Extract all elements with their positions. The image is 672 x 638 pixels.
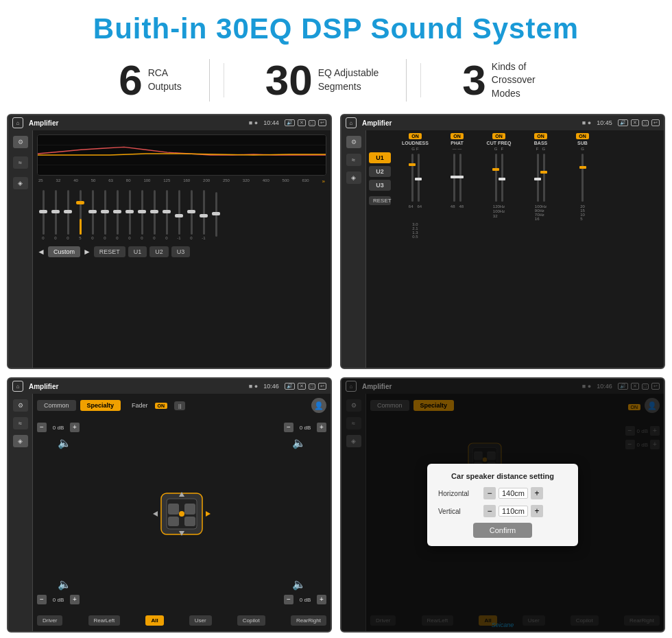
eq-slider-6[interactable]: 0 bbox=[100, 190, 110, 240]
rearleft-btn[interactable]: RearLeft bbox=[88, 615, 121, 626]
svg-rect-8 bbox=[168, 517, 179, 526]
db-minus-bl[interactable]: − bbox=[37, 595, 47, 604]
u2-button[interactable]: U2 bbox=[149, 246, 169, 257]
cx-freq-values: 3.0 2.1 1.3 0.5 bbox=[396, 222, 661, 239]
u3-button[interactable]: U3 bbox=[171, 246, 191, 257]
fader-header: Common Specialty Fader ON || 👤 bbox=[37, 398, 326, 413]
specialty-tab[interactable]: Specialty bbox=[80, 400, 121, 411]
cx-cutfreq-slider1[interactable] bbox=[495, 154, 497, 202]
eq-slider-2[interactable]: 0 bbox=[51, 190, 60, 240]
rearright-btn[interactable]: RearRight bbox=[291, 615, 326, 626]
eq-slider-13[interactable]: 0 bbox=[187, 190, 196, 240]
db-minus-tl[interactable]: − bbox=[37, 423, 47, 432]
screen3-icons: ■ ● bbox=[249, 383, 258, 390]
feature-eq: 30 EQ AdjustableSegments bbox=[238, 59, 407, 102]
u1-button[interactable]: U1 bbox=[128, 246, 147, 257]
cx-bass-slider2[interactable] bbox=[543, 154, 545, 202]
eq-slider-10[interactable]: 0 bbox=[149, 190, 159, 240]
fader-settings-icon[interactable]: ⚙ bbox=[13, 399, 28, 412]
profile-icon[interactable]: 👤 bbox=[311, 398, 326, 413]
settings-icon[interactable]: ⚙ bbox=[13, 136, 28, 148]
eq-slider-14[interactable]: -1 bbox=[199, 190, 208, 240]
eq-slider-15[interactable] bbox=[211, 192, 221, 238]
window-icon-s1: □ bbox=[309, 120, 315, 126]
screen2-appname: Amplifier bbox=[362, 119, 579, 127]
vertical-plus-btn[interactable]: + bbox=[531, 505, 543, 517]
db-plus-br[interactable]: + bbox=[317, 595, 326, 604]
cx-phat: ON PHAT — — 48 48 bbox=[438, 133, 476, 221]
reset-button[interactable]: RESET bbox=[94, 246, 125, 257]
screen3-appname: Amplifier bbox=[29, 383, 246, 390]
eq-slider-8[interactable]: 0 bbox=[125, 190, 134, 240]
db-plus-tr[interactable]: + bbox=[317, 423, 326, 432]
eq-slider-12[interactable]: -1 bbox=[174, 190, 184, 240]
cx-loudness: ON LOUDNESS GF 64 64 bbox=[396, 133, 434, 221]
eq-slider-4[interactable]: 5 bbox=[75, 190, 85, 240]
cx-u2-button[interactable]: U2 bbox=[369, 166, 391, 177]
cx-phat-slider1[interactable] bbox=[453, 154, 455, 202]
fader-wave-icon[interactable]: ≈ bbox=[13, 417, 28, 429]
copilot-btn[interactable]: Copilot bbox=[237, 615, 265, 626]
fader-slider-mini[interactable]: || bbox=[174, 401, 185, 410]
home-icon[interactable]: ⌂ bbox=[12, 117, 23, 128]
wave-icon[interactable]: ≈ bbox=[13, 156, 28, 169]
user-btn[interactable]: User bbox=[189, 615, 212, 626]
cx-loudness-slider-f[interactable] bbox=[418, 154, 420, 202]
home-icon-s3[interactable]: ⌂ bbox=[12, 381, 23, 392]
cx-u1-button[interactable]: U1 bbox=[369, 152, 391, 163]
cx-wave-icon[interactable]: ≈ bbox=[346, 154, 361, 166]
horizontal-ctrl: − 140cm + bbox=[483, 487, 543, 499]
speaker-tr: 🔈 bbox=[292, 436, 306, 449]
title-section: Buith-in 30EQ DSP Sound System bbox=[0, 0, 672, 52]
prev-button[interactable]: ◄ bbox=[37, 247, 45, 257]
horizontal-plus-btn[interactable]: + bbox=[531, 487, 543, 499]
eq-slider-11[interactable]: 0 bbox=[162, 190, 171, 240]
cx-settings-icon[interactable]: ⚙ bbox=[346, 136, 361, 148]
db-minus-br[interactable]: − bbox=[284, 595, 293, 604]
fader-label: Fader bbox=[132, 402, 148, 409]
all-btn[interactable]: All bbox=[145, 615, 163, 626]
db-plus-bl[interactable]: + bbox=[70, 595, 80, 604]
cx-cutfreq-slider2[interactable] bbox=[501, 154, 503, 202]
db-value-bl: 0 dB bbox=[49, 597, 68, 603]
eq-slider-7[interactable]: 0 bbox=[112, 190, 122, 240]
screen-dialog: ⌂ Amplifier ■ ● 10:46 🔊 ✕ □ ↩ ⚙ ≈ ◈ Comm… bbox=[340, 377, 665, 633]
cx-bass-slider1[interactable] bbox=[537, 154, 539, 202]
db-minus-tr[interactable]: − bbox=[284, 423, 293, 432]
common-tab[interactable]: Common bbox=[37, 400, 76, 411]
screen-crossover: ⌂ Amplifier ■ ● 10:45 🔊 ✕ □ ↩ ⚙ ≈ ◈ U1 bbox=[340, 114, 665, 369]
fader-audio-icon[interactable]: ◈ bbox=[13, 435, 28, 447]
confirm-button[interactable]: Confirm bbox=[473, 523, 533, 538]
vertical-value: 110cm bbox=[499, 506, 528, 517]
cx-sub-slider[interactable] bbox=[581, 154, 584, 202]
back-icon-s3: ↩ bbox=[318, 383, 326, 390]
eq-slider-3[interactable]: 0 bbox=[63, 190, 73, 240]
features-row: 6 RCAOutputs 30 EQ AdjustableSegments 3 … bbox=[0, 52, 672, 108]
eq-slider-1[interactable]: 0 bbox=[38, 190, 48, 240]
back-icon-s1: ↩ bbox=[318, 119, 326, 126]
next-button[interactable]: ► bbox=[83, 247, 91, 257]
horizontal-minus-btn[interactable]: − bbox=[483, 487, 496, 499]
fader-on-badge: ON bbox=[155, 403, 168, 409]
cx-loudness-slider-g[interactable] bbox=[411, 154, 413, 202]
screen2-icons: ■ ● bbox=[582, 119, 591, 126]
svg-rect-7 bbox=[184, 504, 195, 515]
volume-icon-s2: 🔊 bbox=[618, 119, 628, 126]
eq-sliders-row: 0 0 0 5 0 0 0 0 0 0 0 -1 0 -1 bbox=[37, 187, 326, 242]
cx-u3-button[interactable]: U3 bbox=[369, 180, 391, 191]
db-control-br: − 0 dB + bbox=[284, 595, 326, 604]
eq-slider-9[interactable]: 0 bbox=[137, 190, 147, 240]
screens-grid: ⌂ Amplifier ■ ● 10:44 🔊 ✕ □ ↩ ⚙ ≈ ◈ bbox=[7, 108, 665, 638]
audio-icon[interactable]: ◈ bbox=[13, 177, 28, 189]
cx-audio-icon[interactable]: ◈ bbox=[346, 172, 361, 184]
home-icon-s2[interactable]: ⌂ bbox=[346, 117, 357, 128]
cx-sidebar: ⚙ ≈ ◈ bbox=[341, 130, 366, 368]
eq-slider-5[interactable]: 0 bbox=[88, 190, 97, 240]
cx-reset-button[interactable]: RESET bbox=[369, 196, 391, 205]
cx-phat-slider2[interactable] bbox=[459, 154, 461, 202]
svg-marker-14 bbox=[206, 511, 211, 517]
custom-button[interactable]: Custom bbox=[48, 246, 80, 257]
vertical-minus-btn[interactable]: − bbox=[483, 505, 496, 517]
db-plus-tl[interactable]: + bbox=[70, 423, 80, 432]
driver-btn[interactable]: Driver bbox=[37, 615, 62, 626]
